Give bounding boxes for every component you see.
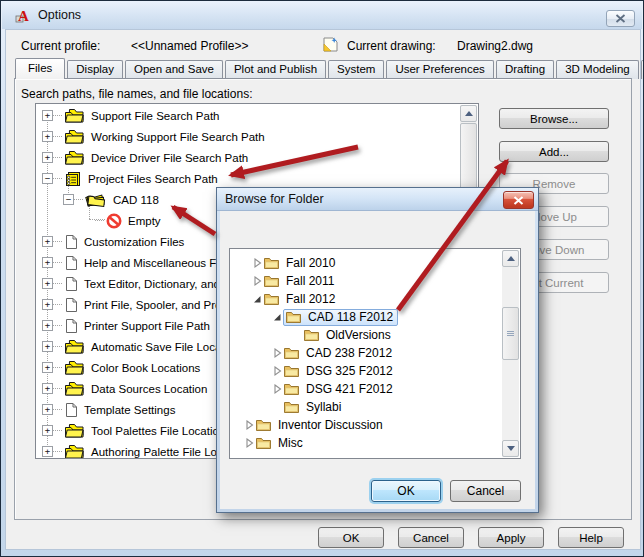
folder-icon	[263, 256, 280, 271]
browse-ok-button[interactable]: OK	[371, 480, 441, 502]
tab-user-preferences[interactable]: User Preferences	[386, 60, 493, 79]
tree-item-label[interactable]: Color Book Locations	[89, 362, 202, 374]
browse-dialog-close-button[interactable]	[503, 191, 534, 209]
expand-arrow-icon[interactable]	[242, 437, 255, 449]
folder-icon	[283, 382, 300, 397]
tree-item-label[interactable]: Tool Palettes File Locations	[89, 425, 233, 437]
folder-label[interactable]: DSG 421 F2012	[304, 382, 395, 396]
folder-entry: OldVersions	[303, 328, 393, 343]
folder-label[interactable]: Syllabi	[304, 400, 343, 414]
expand-plus-icon[interactable]: +	[42, 320, 53, 331]
expand-arrow-icon[interactable]	[242, 419, 255, 431]
tree-connector-stub	[53, 262, 62, 263]
tree-item-label[interactable]: Empty	[126, 215, 163, 227]
expand-arrow-icon[interactable]	[270, 347, 283, 359]
folder-icon	[263, 292, 280, 307]
folder-item-cad-238-f2012: CAD 238 F2012	[230, 344, 520, 362]
folder-label[interactable]: DSG 325 F2012	[304, 364, 395, 378]
scrollbar-thumb[interactable]	[502, 307, 519, 360]
folder-icon	[283, 400, 300, 415]
current-drawing-value: Drawing2.dwg	[457, 39, 533, 53]
tab-files[interactable]: Files	[15, 58, 65, 79]
collapse-arrow-icon[interactable]	[270, 311, 283, 323]
folder-label[interactable]: CAD 118 F2012	[306, 310, 395, 324]
window-title: Options	[38, 8, 81, 22]
arrow-down-icon	[507, 446, 515, 451]
folder-tree-scrollbar[interactable]	[502, 250, 519, 457]
folder-label[interactable]: Misc	[276, 436, 305, 450]
expand-arrow-icon[interactable]	[270, 383, 283, 395]
tree-item-label[interactable]: Template Settings	[82, 404, 177, 416]
expand-arrow-icon[interactable]	[250, 275, 263, 287]
tab-display[interactable]: Display	[67, 60, 123, 79]
expand-plus-icon[interactable]: +	[42, 110, 53, 121]
expand-plus-icon[interactable]: +	[42, 299, 53, 310]
folder-label[interactable]: Fall 2012	[284, 292, 337, 306]
folder-pair-icon	[64, 150, 85, 166]
file-icon	[64, 234, 78, 250]
folder-item-inventor-discussion: Inventor Discussion	[230, 416, 520, 434]
folder-item-syllabi: Syllabi	[230, 398, 520, 416]
folder-item-cad-118-f2012: CAD 118 F2012	[230, 308, 520, 326]
window-titlebar[interactable]: A Options	[2, 1, 642, 29]
expand-plus-icon[interactable]: +	[42, 383, 53, 394]
browse-cancel-button[interactable]: Cancel	[450, 480, 521, 502]
expand-arrow-icon[interactable]	[270, 365, 283, 377]
collapse-minus-icon[interactable]: −	[63, 194, 74, 205]
scroll-down-button[interactable]	[502, 440, 519, 457]
autocad-app-icon: A	[15, 7, 32, 23]
ok-button[interactable]: OK	[318, 527, 384, 548]
expand-plus-icon[interactable]: +	[42, 257, 53, 268]
tree-item-project-files-search-path: − Project Files Search Path	[36, 168, 460, 189]
folder-pair-icon	[64, 108, 85, 124]
tree-item-label[interactable]: Project Files Search Path	[86, 173, 220, 185]
tree-connector-stub	[53, 451, 62, 452]
tree-connector-stub	[53, 304, 62, 305]
window-close-button[interactable]	[606, 10, 635, 27]
browse-button[interactable]: Browse...	[499, 108, 609, 129]
folder-label[interactable]: OldVersions	[324, 328, 393, 342]
svg-text:A: A	[18, 8, 29, 24]
apply-button[interactable]: Apply	[478, 527, 544, 548]
folder-entry: CAD 238 F2012	[283, 346, 394, 361]
tree-item-label[interactable]: Printer Support File Path	[82, 320, 212, 332]
close-icon	[615, 14, 626, 23]
expand-plus-icon[interactable]: +	[42, 404, 53, 415]
tab-3d-modeling[interactable]: 3D Modeling	[556, 60, 639, 79]
folder-label[interactable]: Fall 2010	[284, 256, 337, 270]
help-button[interactable]: Help	[558, 527, 624, 548]
expand-plus-icon[interactable]: +	[42, 341, 53, 352]
collapse-minus-icon[interactable]: −	[42, 173, 53, 184]
expand-plus-icon[interactable]: +	[42, 278, 53, 289]
folder-icon	[255, 436, 272, 451]
current-profile-label: Current profile:	[21, 39, 100, 53]
expand-plus-icon[interactable]: +	[42, 446, 53, 457]
collapse-arrow-icon[interactable]	[250, 293, 263, 305]
expand-plus-icon[interactable]: +	[42, 362, 53, 373]
tree-item-label[interactable]: Working Support File Search Path	[89, 131, 267, 143]
folder-label[interactable]: Fall 2011	[284, 274, 336, 288]
expand-plus-icon[interactable]: +	[42, 425, 53, 436]
expand-plus-icon[interactable]: +	[42, 152, 53, 163]
tab-open-and-save[interactable]: Open and Save	[125, 60, 223, 79]
expand-plus-icon[interactable]: +	[42, 236, 53, 247]
tree-item-label[interactable]: Device Driver File Search Path	[89, 152, 250, 164]
folder-label[interactable]: CAD 238 F2012	[304, 346, 394, 360]
tree-item-label[interactable]: Data Sources Location	[89, 383, 209, 395]
scroll-up-button[interactable]	[502, 250, 519, 267]
tab-drafting[interactable]: Drafting	[496, 60, 554, 79]
cancel-button[interactable]: Cancel	[398, 527, 464, 548]
scroll-up-button[interactable]	[460, 105, 477, 122]
tree-connector-stub	[53, 325, 62, 326]
current-drawing-label: Current drawing:	[347, 39, 436, 53]
tab-system[interactable]: System	[328, 60, 384, 79]
tree-item-label[interactable]: CAD 118	[111, 194, 161, 206]
add-button[interactable]: Add...	[499, 141, 609, 162]
tree-item-label[interactable]: Support File Search Path	[89, 110, 222, 122]
tree-item-label[interactable]: Customization Files	[82, 236, 186, 248]
expand-plus-icon[interactable]: +	[42, 131, 53, 142]
expand-arrow-icon[interactable]	[250, 257, 263, 269]
browse-dialog-titlebar[interactable]: Browse for Folder	[217, 188, 538, 211]
folder-label[interactable]: Inventor Discussion	[276, 418, 385, 432]
tab-plot-and-publish[interactable]: Plot and Publish	[225, 60, 326, 79]
